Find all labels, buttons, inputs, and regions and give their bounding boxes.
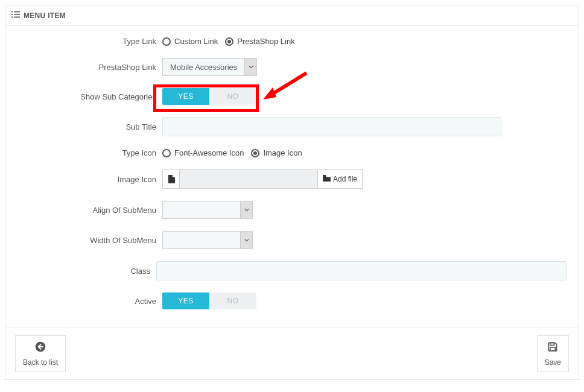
toggle-active[interactable]: YES NO bbox=[162, 292, 256, 309]
label-image-icon: Image Icon bbox=[17, 175, 162, 184]
select-value: Mobile Accessories bbox=[163, 63, 244, 72]
radio-icon bbox=[251, 149, 259, 157]
select-prestashop-link[interactable]: Mobile Accessories bbox=[162, 58, 257, 76]
svg-rect-8 bbox=[550, 347, 555, 351]
radio-label: Font-Awesome Icon bbox=[174, 148, 244, 157]
back-label: Back to list bbox=[23, 358, 58, 367]
panel-title: MENU ITEM bbox=[24, 11, 66, 20]
toggle-yes[interactable]: YES bbox=[162, 292, 209, 309]
svg-marker-10 bbox=[263, 87, 276, 100]
svg-rect-1 bbox=[14, 11, 20, 13]
svg-line-9 bbox=[270, 73, 306, 95]
row-image-icon: Image Icon Add file bbox=[17, 169, 567, 189]
radio-prestashop-link[interactable]: PrestaShop Link bbox=[225, 37, 294, 46]
save-button[interactable]: Save bbox=[537, 335, 569, 372]
row-active: Active YES NO bbox=[17, 292, 567, 309]
svg-rect-2 bbox=[11, 14, 13, 15]
row-type-icon: Type Icon Font-Awesome Icon Image Icon bbox=[17, 148, 567, 157]
chevron-down-icon bbox=[240, 232, 252, 248]
label-class: Class bbox=[17, 267, 156, 276]
input-class[interactable] bbox=[156, 261, 567, 280]
label-show-sub-categories: Show Sub Categories bbox=[17, 92, 162, 101]
radio-icon bbox=[225, 37, 233, 46]
annotation-highlight bbox=[153, 84, 259, 112]
save-icon bbox=[547, 341, 559, 356]
svg-rect-0 bbox=[11, 11, 13, 13]
save-label: Save bbox=[545, 358, 561, 367]
chevron-down-icon bbox=[240, 201, 252, 218]
add-file-button[interactable]: Add file bbox=[317, 170, 362, 188]
folder-icon bbox=[323, 175, 331, 183]
chevron-down-icon bbox=[244, 58, 256, 75]
back-to-list-button[interactable]: Back to list bbox=[15, 335, 66, 372]
row-width-submenu: Width Of SubMenu bbox=[17, 231, 567, 249]
radio-label: Image Icon bbox=[263, 148, 302, 157]
svg-rect-7 bbox=[550, 343, 554, 345]
radio-font-awesome-icon[interactable]: Font-Awesome Icon bbox=[162, 148, 244, 157]
list-icon bbox=[11, 10, 20, 21]
file-input-group: Add file bbox=[162, 169, 363, 189]
panel-header: MENU ITEM bbox=[5, 5, 579, 26]
svg-rect-3 bbox=[14, 14, 20, 15]
label-active: Active bbox=[17, 297, 162, 306]
row-class: Class bbox=[17, 261, 567, 280]
label-align-submenu: Align Of SubMenu bbox=[17, 206, 162, 215]
label-prestashop-link: PrestaShop Link bbox=[17, 63, 162, 72]
row-align-submenu: Align Of SubMenu bbox=[17, 201, 567, 219]
radio-image-icon[interactable]: Image Icon bbox=[251, 148, 302, 157]
toggle-no[interactable]: NO bbox=[209, 292, 256, 309]
row-sub-title: Sub Title bbox=[17, 117, 567, 136]
row-type-link: Type Link Custom Link PrestaShop Link bbox=[17, 37, 567, 46]
panel-footer: Back to list Save bbox=[5, 327, 579, 379]
label-type-icon: Type Icon bbox=[17, 148, 162, 157]
svg-rect-4 bbox=[11, 17, 13, 18]
file-icon bbox=[163, 170, 180, 188]
file-name-field[interactable] bbox=[180, 170, 317, 188]
label-type-link: Type Link bbox=[17, 37, 162, 46]
label-sub-title: Sub Title bbox=[17, 122, 162, 131]
label-width-submenu: Width Of SubMenu bbox=[17, 236, 162, 245]
select-align-submenu[interactable] bbox=[162, 201, 253, 219]
radio-label: PrestaShop Link bbox=[237, 37, 294, 46]
add-file-label: Add file bbox=[333, 175, 357, 183]
svg-rect-5 bbox=[14, 17, 20, 18]
menu-item-panel: MENU ITEM Type Link Custom Link PrestaSh… bbox=[5, 5, 579, 380]
radio-icon bbox=[162, 149, 171, 157]
select-width-submenu[interactable] bbox=[162, 231, 253, 249]
arrow-left-icon bbox=[34, 341, 46, 356]
radio-label: Custom Link bbox=[174, 37, 218, 46]
input-sub-title[interactable] bbox=[162, 117, 501, 136]
annotation-arrow bbox=[258, 68, 313, 106]
radio-icon bbox=[162, 37, 171, 46]
radio-custom-link[interactable]: Custom Link bbox=[162, 37, 218, 46]
